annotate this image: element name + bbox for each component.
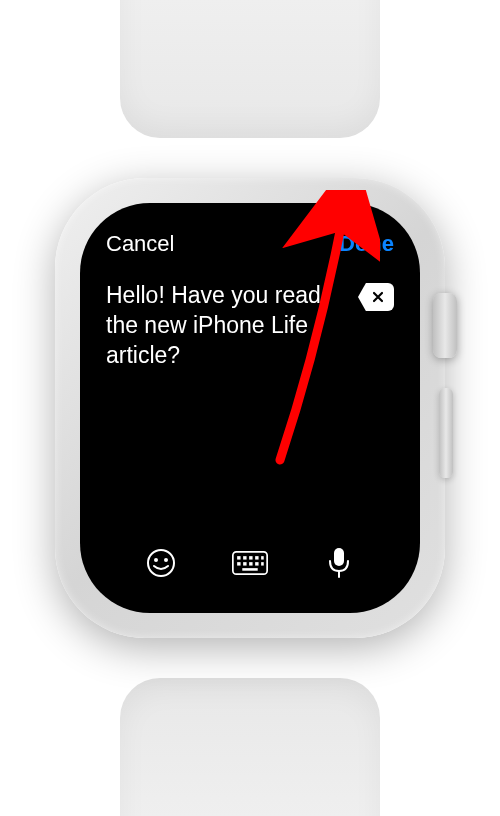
watch-screen: Cancel Done Hello! Have you read the new…: [80, 203, 420, 613]
emoji-button[interactable]: [143, 545, 179, 581]
watch-case: Cancel Done Hello! Have you read the new…: [55, 178, 445, 638]
done-button[interactable]: Done: [339, 231, 394, 257]
keyboard-icon: [232, 549, 268, 577]
watch-device: Cancel Done Hello! Have you read the new…: [30, 128, 470, 688]
watch-band-top: [120, 0, 380, 138]
svg-rect-9: [237, 562, 240, 565]
backspace-icon: [371, 290, 385, 304]
svg-point-0: [148, 550, 174, 576]
svg-rect-11: [249, 562, 252, 565]
navigation-bar: Cancel Done: [106, 231, 394, 257]
svg-rect-15: [334, 548, 344, 566]
keyboard-button[interactable]: [232, 545, 268, 581]
svg-rect-14: [242, 568, 257, 571]
message-compose-area: Hello! Have you read the new iPhone Life…: [106, 281, 394, 545]
svg-rect-4: [237, 556, 240, 559]
svg-point-2: [164, 558, 168, 562]
svg-rect-10: [243, 562, 246, 565]
svg-point-1: [154, 558, 158, 562]
cancel-button[interactable]: Cancel: [106, 231, 174, 257]
svg-rect-7: [255, 556, 258, 559]
dictation-button[interactable]: [321, 545, 357, 581]
side-button[interactable]: [439, 388, 453, 478]
svg-rect-13: [261, 562, 264, 565]
message-text[interactable]: Hello! Have you read the new iPhone Life…: [106, 281, 348, 371]
microphone-icon: [328, 547, 350, 579]
digital-crown[interactable]: [433, 293, 457, 358]
emoji-icon: [146, 548, 176, 578]
svg-rect-12: [255, 562, 258, 565]
svg-rect-8: [261, 556, 264, 559]
input-method-bar: [106, 545, 394, 589]
backspace-button[interactable]: [358, 283, 394, 311]
svg-rect-6: [249, 556, 252, 559]
watch-band-bottom: [120, 678, 380, 816]
svg-rect-5: [243, 556, 246, 559]
